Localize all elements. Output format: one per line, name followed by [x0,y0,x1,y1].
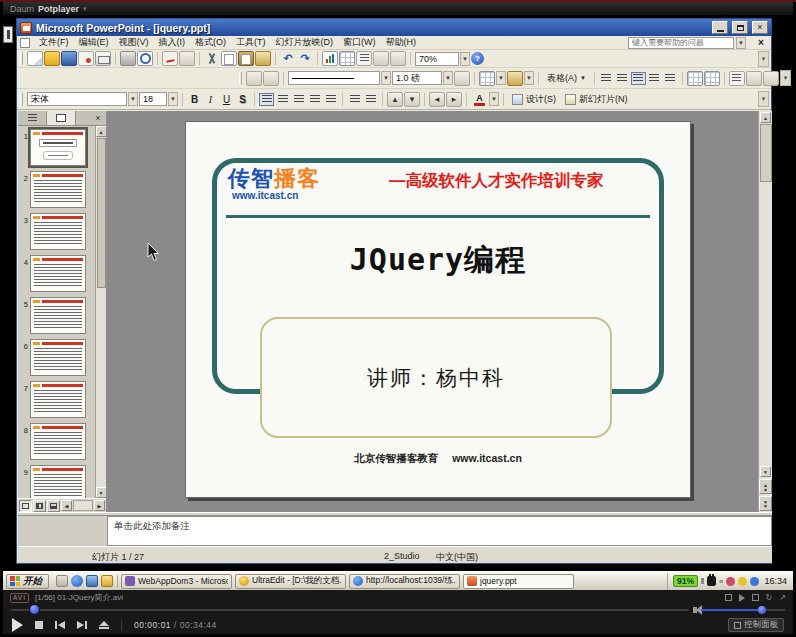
font-size-dropdown-icon[interactable]: ▼ [168,92,178,106]
playlist-icon[interactable] [725,594,732,601]
toolbar-overflow-icon[interactable]: ▼ [758,51,769,67]
align-top-icon[interactable] [631,72,646,85]
zoom-dropdown-icon[interactable]: ▼ [460,52,470,66]
close-button[interactable]: × [752,21,768,34]
battery-indicator[interactable]: 91% [673,575,698,587]
cut-icon[interactable] [204,51,220,66]
font-size-combo[interactable]: 18 [139,92,167,106]
split-cells-icon[interactable] [615,72,630,85]
bold-button[interactable]: B [187,92,202,107]
slide-editor[interactable]: 传智播客 www.itcast.cn —高级软件人才实作培训专家 JQuery编… [107,111,758,512]
insert-table-icon[interactable] [339,51,355,66]
distribute-text-icon[interactable] [307,93,322,106]
thumbnail-slide-8[interactable] [30,423,86,460]
thumbnail-slide-9[interactable] [30,465,86,498]
menu-insert[interactable]: 插入(I) [154,36,191,49]
main-scrollbar[interactable]: ▲ ▼ ▲▲ ▼▼ [758,111,772,512]
email-icon[interactable] [95,51,111,66]
copy-icon[interactable] [221,51,237,66]
power-plug-icon[interactable] [707,576,716,586]
player-titlebar[interactable]: Daum Potplayer ▾ [3,2,793,15]
vertical-text-icon[interactable] [323,93,338,106]
design-button[interactable]: 设计(S) [508,91,560,108]
thumbnail-slide-2[interactable] [30,171,86,208]
align-bottom-icon[interactable] [663,72,678,85]
slideshow-view-button[interactable] [47,500,60,512]
pane-scrollbar[interactable]: ▲ ▼ [95,126,106,498]
save-icon[interactable] [61,51,77,66]
line-weight-combo[interactable]: 1.0 磅 [392,71,442,85]
control-panel-button[interactable]: 控制面板 [728,618,784,632]
line-weight-dropdown-icon[interactable]: ▼ [443,71,453,85]
play-button[interactable] [12,618,23,632]
research-icon[interactable] [179,51,195,66]
align-left-icon[interactable] [259,93,274,106]
fill-dropdown-icon[interactable]: ▼ [524,71,534,85]
repeat-icon[interactable]: ↻ [766,593,773,602]
border-color-pencil-icon[interactable] [454,71,470,86]
thumbnail-slide-4[interactable] [30,255,86,292]
line-style-combo[interactable] [288,71,380,85]
toolbar-grip[interactable] [239,72,242,85]
help-question-input[interactable] [628,37,734,49]
normal-view-button[interactable] [19,500,32,512]
print-preview-icon[interactable] [137,51,153,66]
toolbar-grip[interactable] [20,93,23,106]
seek-bar[interactable] [11,609,689,611]
font-name-combo[interactable]: 宋体 [27,92,127,106]
help-icon[interactable]: ? [471,52,484,65]
document-icon[interactable] [20,38,30,48]
volume-knob[interactable] [758,606,766,614]
quick-launch-app-icon[interactable] [86,575,98,587]
tray-expand-icon[interactable]: « [719,577,723,586]
scroll-down-icon[interactable]: ▼ [96,487,107,498]
format-painter-icon[interactable] [255,51,271,66]
menu-edit[interactable]: 编辑(E) [74,36,114,49]
thumbnail-slide-6[interactable] [30,339,86,376]
stop-button[interactable] [35,621,43,629]
insert-chart-icon[interactable] [322,51,338,66]
scroll-right-icon[interactable]: ▶ [94,500,105,511]
eraser-icon[interactable] [263,71,279,86]
taskbar-button-webapp[interactable]: WebAppDom3 - Microsof... [121,574,232,589]
scroll-thumb[interactable] [760,124,772,182]
thumbnail-slide-5[interactable] [30,297,86,334]
slide-canvas[interactable]: 传智播客 www.itcast.cn —高级软件人才实作培训专家 JQuery编… [185,121,691,498]
thumbnail-row[interactable]: 9 [19,465,94,498]
open-file-button[interactable] [99,621,109,629]
table-menu-button[interactable]: 表格(A) ▼ [543,70,590,87]
scroll-up-icon[interactable]: ▲ [96,126,107,137]
toolbar-overflow-icon[interactable]: ▼ [758,91,769,107]
draw-table-icon[interactable] [246,71,262,86]
next-slide-button[interactable]: ▼▼ [759,496,772,511]
new-icon[interactable] [27,51,43,66]
help-dropdown-icon[interactable]: ▼ [736,37,746,49]
taskbar-button-browser[interactable]: http://localhost:1039/练... [349,574,460,589]
decrease-indent-icon[interactable]: ◂ [429,92,445,107]
redo-icon[interactable]: ↷ [297,51,313,66]
rotate-text-icon[interactable] [763,71,779,86]
taskbar-button-powerpoint[interactable]: jquery.ppt [463,574,574,589]
menu-view[interactable]: 视图(V) [114,36,154,49]
show-grid-icon[interactable] [373,51,389,66]
shadow-button[interactable]: S [235,92,250,107]
toolbar-overflow-icon[interactable]: ▼ [780,70,791,86]
scroll-thumb[interactable] [97,138,106,288]
increase-indent-icon[interactable]: ▸ [446,92,462,107]
volume-icon[interactable] [693,607,697,613]
volume-slider[interactable] [701,609,785,611]
player-menu-caret-icon[interactable]: ▾ [83,5,87,13]
thumbnail-row[interactable]: 6 [19,339,94,381]
thumbnail-row[interactable]: 1 [19,129,94,171]
notes-pane[interactable]: 单击此处添加备注 [107,516,772,546]
scroll-up-icon[interactable]: ▲ [760,112,771,123]
previous-slide-button[interactable]: ▲▲ [759,479,772,494]
minimize-button[interactable] [712,21,728,34]
frame-step-icon[interactable] [752,594,759,601]
horizontal-scroll-track[interactable] [73,500,93,511]
tray-icon-3[interactable] [750,577,759,586]
distribute-columns-icon[interactable] [704,71,720,86]
font-color-button[interactable]: A [471,92,488,107]
thumbnail-row[interactable]: 7 [19,381,94,423]
fill-color-icon[interactable] [507,71,523,86]
